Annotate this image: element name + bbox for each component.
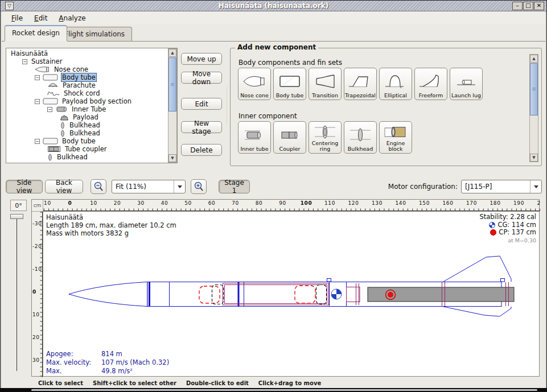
- stage-1-toggle[interactable]: Stage 1: [219, 180, 250, 193]
- scroll-up-button[interactable]: ▲: [168, 49, 176, 57]
- tree-row-label[interactable]: Bulkhead: [68, 129, 101, 137]
- expand-toggle[interactable]: −: [22, 59, 27, 64]
- tree-row-label[interactable]: Nose cone: [53, 65, 89, 73]
- apogee-row: Apogee: 814 m: [46, 350, 169, 358]
- new-stage-button[interactable]: New stage: [181, 121, 222, 133]
- component-button-engineblock[interactable]: Engine block: [379, 121, 412, 154]
- nosecone-icon: [242, 69, 267, 93]
- zoom-level-select[interactable]: Fit (11%): [112, 180, 186, 193]
- tree-row[interactable]: Bulkhead: [6, 129, 168, 137]
- motor-configuration-select[interactable]: [J115-P]: [461, 180, 542, 193]
- svg-text:-10: -10: [43, 200, 51, 206]
- back-view-button[interactable]: Back view: [45, 180, 83, 193]
- edit-button[interactable]: Edit: [181, 98, 222, 110]
- title-bar[interactable]: ▽ Haisunäätä (haisunaata.ork) – □ ✕: [1, 1, 546, 11]
- svg-text:150: 150: [419, 200, 430, 206]
- tree-row[interactable]: −Body tube: [6, 137, 168, 145]
- move-down-button[interactable]: Move down: [181, 72, 222, 84]
- tree-row[interactable]: Nose cone: [6, 65, 168, 73]
- expand-toggle[interactable]: −: [35, 75, 40, 80]
- tab-flight-simulations[interactable]: Flight simulations: [57, 27, 132, 41]
- scroll-up-button[interactable]: ▲: [530, 55, 538, 63]
- component-button-coupler[interactable]: Coupler: [273, 121, 306, 154]
- tree-row[interactable]: −Body tube: [6, 73, 168, 81]
- horizontal-ruler: -100102030405060708090100110120130140150…: [43, 200, 539, 212]
- tree-row-label[interactable]: Haisunäätä: [10, 49, 49, 57]
- tree-row[interactable]: Tube coupler: [6, 145, 168, 153]
- component-button-nosecone[interactable]: Nose cone: [238, 68, 271, 100]
- rotation-slider[interactable]: [17, 216, 17, 371]
- magnifier-minus-icon: [93, 181, 104, 192]
- tree-row-label[interactable]: Bulkhead: [68, 121, 101, 129]
- component-button-trapezoidal[interactable]: Trapezoidal: [344, 68, 377, 100]
- tree-row[interactable]: −Inner Tube: [6, 105, 168, 113]
- component-button-label: Body tube: [276, 93, 304, 98]
- component-button-bodytube[interactable]: Body tube: [273, 68, 306, 100]
- component-button-bulkheadc[interactable]: Bulkhead: [344, 121, 377, 154]
- tree-row-label[interactable]: Body tube: [61, 137, 97, 145]
- bottom-resize-bar[interactable]: [31, 389, 537, 391]
- tree-row[interactable]: Shock cord: [6, 89, 168, 97]
- rotation-slider-handle[interactable]: [10, 214, 23, 219]
- scroll-down-button[interactable]: ▼: [530, 154, 538, 162]
- component-button-label: Transition: [312, 93, 338, 98]
- svg-text:190: 190: [513, 200, 524, 206]
- component-scrollbar[interactable]: ▲ ▼: [529, 54, 538, 162]
- component-button-launchlug[interactable]: Launch lug: [450, 68, 483, 100]
- tree-row-label[interactable]: Payload body section: [61, 97, 133, 105]
- expand-toggle[interactable]: −: [47, 107, 52, 112]
- svg-text:10: 10: [32, 312, 40, 317]
- tree-row-label[interactable]: Bulkhead: [56, 153, 89, 161]
- menu-item-file[interactable]: File: [6, 13, 28, 23]
- window-title: Haisunäätä (haisunaata.ork): [1, 2, 546, 10]
- tree-row[interactable]: −Payload body section: [6, 97, 168, 105]
- scroll-thumb[interactable]: [530, 63, 538, 115]
- component-button-transition[interactable]: Transition: [309, 68, 342, 100]
- coupler-icon: [277, 123, 302, 146]
- component-button-innertube[interactable]: Inner tube: [238, 121, 271, 154]
- expand-toggle[interactable]: −: [35, 99, 40, 104]
- chevron-down-icon: [530, 180, 541, 193]
- splitter-handle[interactable]: [225, 86, 228, 125]
- tree-row[interactable]: Bulkhead: [6, 121, 168, 129]
- tree-row-label[interactable]: Shock cord: [63, 89, 101, 97]
- tree-row-label[interactable]: Tube coupler: [64, 145, 108, 153]
- scroll-thumb[interactable]: [168, 57, 176, 112]
- group-title: Add new component: [235, 43, 318, 51]
- launch-lug-shape: [327, 279, 331, 282]
- component-tree[interactable]: Haisunäätä−SustainerNose cone−Body tubeP…: [6, 48, 178, 163]
- zoom-out-button[interactable]: [91, 179, 106, 194]
- rocket-dimensions-label: Length 189 cm, max. diameter 10.2 cm: [46, 221, 176, 229]
- tree-row[interactable]: Haisunäätä: [6, 49, 168, 57]
- component-button-centering[interactable]: Centering ring: [309, 121, 342, 154]
- rocket-mass-label: Mass with motors 3832 g: [46, 229, 176, 237]
- component-button-label: Freeform: [419, 93, 443, 98]
- tree-row[interactable]: Payload: [6, 113, 168, 121]
- component-button-freeform[interactable]: Freeform: [414, 68, 447, 100]
- tree-row-label[interactable]: Parachute: [61, 81, 97, 89]
- rocket-figure-panel: 0° cm -100102030405060708090100110120130…: [2, 198, 545, 388]
- tree-row[interactable]: Parachute: [6, 81, 168, 89]
- expand-toggle[interactable]: −: [35, 139, 40, 144]
- launchlug-icon: [454, 69, 479, 93]
- tree-row-label[interactable]: Inner Tube: [71, 105, 107, 113]
- move-up-button[interactable]: Move up: [181, 53, 222, 65]
- transition-icon: [312, 69, 338, 93]
- tree-scrollbar[interactable]: ▲ ▼: [168, 48, 177, 163]
- rocket-canvas[interactable]: Haisunäätä Length 189 cm, max. diameter …: [43, 212, 539, 376]
- tab-rocket-design[interactable]: Rocket design: [5, 25, 67, 41]
- tree-row-label[interactable]: Body tube: [61, 73, 97, 82]
- component-button-label: Bulkhead: [348, 146, 373, 152]
- scroll-down-button[interactable]: ▼: [168, 154, 176, 162]
- tree-row-label[interactable]: Sustainer: [30, 57, 63, 65]
- tree-row-label[interactable]: Payload: [72, 113, 100, 121]
- delete-button[interactable]: Delete: [181, 144, 222, 156]
- side-view-button[interactable]: Side view: [6, 180, 43, 193]
- tree-row[interactable]: Bulkhead: [6, 153, 168, 161]
- menu-item-edit[interactable]: Edit: [29, 13, 52, 23]
- menu-item-analyze[interactable]: Analyze: [54, 13, 91, 23]
- zoom-in-button[interactable]: [191, 179, 207, 194]
- tree-row[interactable]: −Sustainer: [6, 57, 168, 65]
- svg-text:20: 20: [114, 200, 121, 206]
- component-button-elliptical[interactable]: Elliptical: [379, 68, 412, 100]
